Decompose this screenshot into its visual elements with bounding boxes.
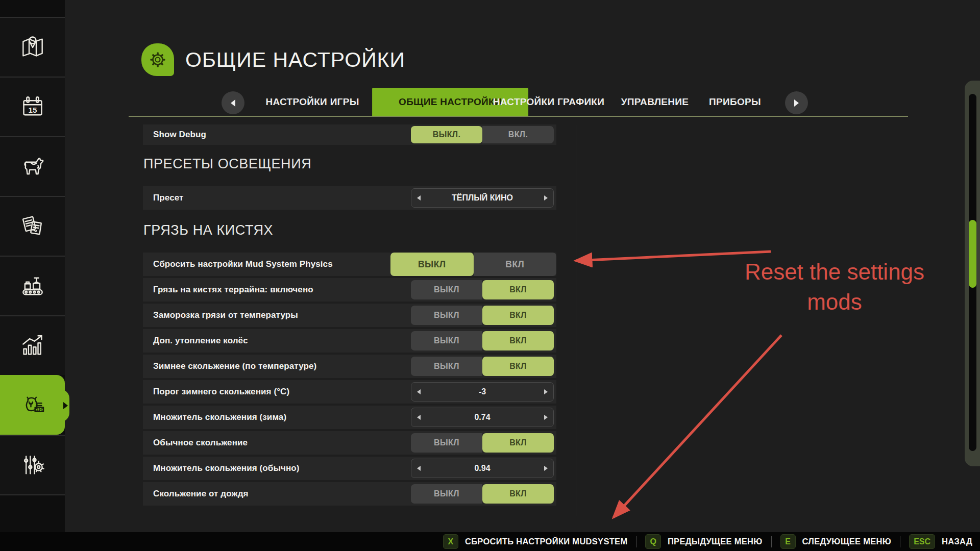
page-title: ОБЩИЕ НАСТРОЙКИ [185,43,405,76]
sidebar-divider [0,494,65,495]
sidebar-item-animals[interactable] [0,136,65,196]
toggle-off-button[interactable]: ВЫКЛ [411,306,482,325]
toggle-on-button[interactable]: ВКЛ [474,253,557,276]
normal-slip-toggle[interactable]: ВЫКЛ ВКЛ [411,433,554,453]
contracts-icon [18,212,47,241]
sidebar-item-contracts[interactable] [0,196,65,256]
key-badge-e: E [780,534,796,549]
sidebar-item-game-settings[interactable] [0,435,65,494]
terrain-mud-toggle[interactable]: ВЫКЛ ВКЛ [411,280,554,299]
show-debug-toggle[interactable]: ВЫКЛ. ВКЛ. [411,126,554,143]
setting-label: Порог зимнего скольжения (°C) [153,387,289,397]
toggle-on-button[interactable]: ВКЛ [482,357,554,376]
production-icon [18,272,47,300]
tab-graphics-settings[interactable]: НАСТРОЙКИ ГРАФИКИ [493,88,604,116]
scrollbar-thumb[interactable] [969,220,976,288]
setting-label: Доп. утопление колёс [153,336,248,346]
wheel-sink-toggle[interactable]: ВЫКЛ ВКЛ [411,331,554,350]
sidebar-item-prices[interactable]: 12345 [0,375,65,435]
hint-label: СБРОСИТЬ НАСТРОЙКИ MUDSYSTEM [465,537,628,546]
preset-selector[interactable]: ТЁПЛЫЙ КИНО [411,188,554,208]
toggle-on-button[interactable]: ВКЛ [482,280,554,299]
mud-reset-toggle[interactable]: ВЫКЛ ВКЛ [390,253,556,276]
winter-slip-toggle[interactable]: ВЫКЛ ВКЛ [411,357,554,376]
scrollbar-track[interactable] [969,94,976,451]
hint-reset-mudsystem[interactable]: X СБРОСИТЬ НАСТРОЙКИ MUDSYSTEM [443,534,628,549]
page-icon-bubble [141,43,174,76]
setting-label: Множитель скольжения (обычно) [153,463,300,473]
tab-game-settings[interactable]: НАСТРОЙКИ ИГРЫ [265,88,359,116]
sidebar-item-map[interactable] [0,17,65,77]
setting-row-winter-slip[interactable]: Зимнее скольжение (по температуре) ВЫКЛ … [143,355,556,378]
cow-icon [18,153,47,181]
setting-label: Грязь на кистях террайна: включено [153,285,313,295]
setting-row-normal-slip[interactable]: Обычное скольжение ВЫКЛ ВКЛ [143,431,556,455]
sidebar-item-calendar[interactable]: 15 [0,77,65,136]
winter-threshold-selector[interactable]: -3 [411,382,554,402]
setting-row-terrain-mud[interactable]: Грязь на кистях террайна: включено ВЫКЛ … [143,278,556,302]
setting-row-winter-slip-multiplier[interactable]: Множитель скольжения (зима) 0.74 [143,406,556,429]
setting-row-show-debug[interactable]: Show Debug ВЫКЛ. ВКЛ. [143,124,556,145]
toggle-off-button[interactable]: ВЫКЛ [411,331,482,350]
prices-icon: 12345 [18,391,47,420]
normal-multiplier-selector[interactable]: 0.94 [411,459,554,478]
setting-label: Скольжение от дождя [153,489,249,499]
setting-label: Show Debug [153,130,206,140]
selector-value: -3 [411,387,553,396]
tabs-prev-button[interactable] [222,91,244,114]
setting-label: Зимнее скольжение (по температуре) [153,361,316,371]
hint-back[interactable]: ESC НАЗАД [909,534,972,549]
setting-row-mud-reset[interactable]: Сбросить настройки Mud System Physics ВЫ… [143,253,556,276]
setting-row-wheel-sink[interactable]: Доп. утопление колёс ВЫКЛ ВКЛ [143,329,556,353]
hotbar: X СБРОСИТЬ НАСТРОЙКИ MUDSYSTEM Q ПРЕДЫДУ… [0,532,980,551]
hint-previous-menu[interactable]: Q ПРЕДЫДУЩЕЕ МЕНЮ [645,534,762,549]
toggle-on-button[interactable]: ВКЛ [482,433,554,453]
toggle-on-button[interactable]: ВКЛ [482,484,554,504]
toggle-off-button[interactable]: ВЫКЛ [390,253,474,276]
sidebar: 15 [0,0,65,551]
setting-label: Сбросить настройки Mud System Physics [153,259,333,269]
toggle-off-button[interactable]: ВЫКЛ [411,357,482,376]
chevron-left-icon [231,99,235,107]
map-icon [18,33,47,62]
hotbar-separator [636,536,636,547]
calendar-icon: 15 [18,93,47,121]
tab-controls[interactable]: УПРАВЛЕНИЕ [621,88,689,116]
setting-label: Множитель скольжения (зима) [153,412,286,422]
selected-pointer-icon [63,402,68,409]
toggle-off-button[interactable]: ВЫКЛ [411,280,482,299]
winter-multiplier-selector[interactable]: 0.74 [411,408,554,427]
setting-label: Обычное скольжение [153,438,248,448]
svg-text:12345: 12345 [34,408,43,411]
rain-slip-toggle[interactable]: ВЫКЛ ВКЛ [411,484,554,504]
toggle-on-button[interactable]: ВКЛ [482,306,554,325]
scrollbar[interactable] [965,81,980,466]
tab-devices[interactable]: ПРИБОРЫ [709,88,761,116]
mud-freeze-toggle[interactable]: ВЫКЛ ВКЛ [411,306,554,325]
annotation-text: Reset the settings mods [715,257,954,317]
setting-row-preset[interactable]: Пресет ТЁПЛЫЙ КИНО [143,186,556,210]
toggle-on-button[interactable]: ВКЛ. [482,126,554,143]
column-divider [576,124,576,516]
sidebar-item-statistics[interactable] [0,315,65,375]
toggle-off-button[interactable]: ВЫКЛ [411,433,482,453]
gear-icon [148,49,168,70]
hint-label: СЛЕДУЮЩЕЕ МЕНЮ [802,537,892,546]
setting-row-mud-freeze[interactable]: Заморозка грязи от температуры ВЫКЛ ВКЛ [143,304,556,327]
toggle-off-button[interactable]: ВЫКЛ [411,484,482,504]
key-badge-q: Q [645,534,660,549]
section-title-lighting-presets: ПРЕСЕТЫ ОСВЕЩЕНИЯ [143,156,311,172]
svg-text:15: 15 [28,105,37,114]
hint-next-menu[interactable]: E СЛЕДУЮЩЕЕ МЕНЮ [780,534,892,549]
tabs-next-button[interactable] [785,91,808,114]
toggle-on-button[interactable]: ВКЛ [482,331,554,350]
key-badge-x: X [443,534,458,549]
toggle-off-button[interactable]: ВЫКЛ. [411,126,482,143]
sidebar-item-production[interactable] [0,256,65,315]
hotbar-separator [900,536,900,547]
setting-row-winter-slip-threshold[interactable]: Порог зимнего скольжения (°C) -3 [143,380,556,404]
setting-row-normal-slip-multiplier[interactable]: Множитель скольжения (обычно) 0.94 [143,457,556,480]
selector-value: ТЁПЛЫЙ КИНО [411,193,553,203]
setting-row-rain-slip[interactable]: Скольжение от дождя ВЫКЛ ВКЛ [143,482,556,506]
setting-label: Заморозка грязи от температуры [153,310,298,320]
